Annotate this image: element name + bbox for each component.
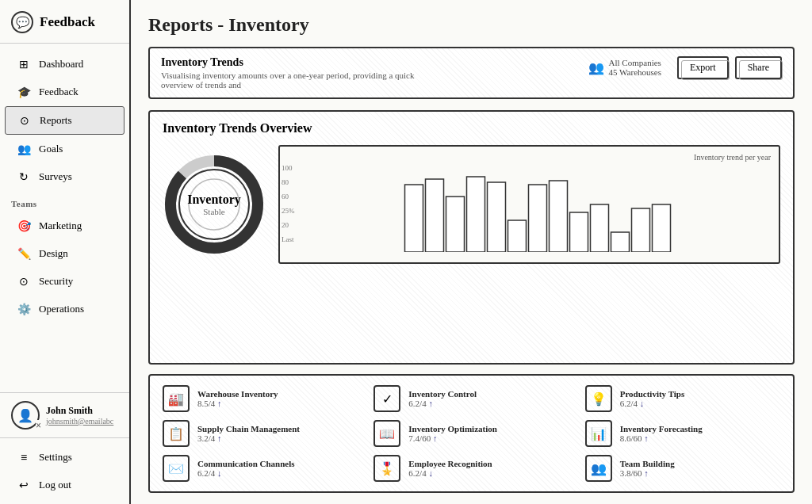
employee-recognition-icon: 🎖️: [379, 461, 395, 476]
bar-chart: Inventory trend per year 100 80 60 25% 2…: [278, 145, 780, 264]
bar-0: [405, 185, 423, 252]
sidebar-bottom: ≡ Settings ↩ Log out: [0, 437, 129, 504]
overview-section: Inventory Trends Overview Inventory Stab…: [148, 110, 795, 365]
sidebar-item-marketing[interactable]: 🎯 Marketing: [5, 212, 124, 239]
inventory-control-name: Inventory Control: [408, 389, 477, 399]
team-building-name: Team Building: [620, 459, 675, 468]
metric-employee-recognition: 🎖️ Employee Recognition 6.2/4 ↓: [373, 455, 569, 482]
app-name: Feedback: [40, 14, 95, 30]
employee-recognition-value: 6.2/4 ↓: [408, 468, 492, 478]
goals-icon: 👥: [16, 141, 32, 157]
donut-main: Inventory: [187, 193, 241, 207]
logout-icon: ↩: [16, 477, 32, 493]
operations-icon: ⚙️: [16, 301, 32, 317]
sidebar-item-dashboard[interactable]: ⊞ Dashboard: [5, 51, 124, 78]
bar-12: [653, 204, 671, 252]
bar-3: [467, 177, 485, 252]
share-button[interactable]: Share: [735, 56, 782, 79]
metric-inventory-control: ✓ Inventory Control 6.2/4 ↑: [373, 385, 569, 412]
inventory-forecasting-icon: 📊: [591, 426, 607, 441]
reports-label: Reports: [40, 114, 71, 127]
productivity-tips-value: 6.2/4 ↓: [620, 399, 685, 408]
metric-inventory-optimization: 📖 Inventory Optimization 7.4/60 ↑: [373, 420, 569, 447]
inventory-control-icon-box: ✓: [373, 385, 400, 412]
top-card: Inventory Trends Visualising inventory a…: [148, 47, 795, 99]
inventory-optimization-icon: 📖: [379, 426, 395, 441]
supply-chain-value: 3.2/4 ↑: [197, 433, 300, 443]
surveys-icon: ↻: [16, 169, 32, 185]
inventory-forecasting-icon-box: 📊: [585, 420, 612, 447]
feedback-icon: 🎓: [16, 84, 32, 100]
metric-productivity-tips: 💡 Productivity Tips 6.2/4 ↓: [585, 385, 780, 412]
design-icon: ✏️: [16, 246, 32, 262]
warehouse-inventory-icon-box: 🏭: [163, 385, 190, 412]
sidebar-logo: 💬 Feedback: [0, 0, 129, 44]
operations-label: Operations: [39, 303, 84, 315]
design-label: Design: [39, 247, 68, 260]
communication-channels-name: Communication Channels: [197, 459, 295, 468]
donut-label: Inventory Stable: [187, 193, 241, 216]
team-building-value: 3.8/60 ↑: [620, 468, 675, 478]
teams-section-title: Teams: [0, 191, 129, 212]
inventory-control-icon: ✓: [382, 391, 393, 407]
supply-chain-icon: 📋: [168, 426, 184, 441]
productivity-tips-icon: 💡: [591, 391, 607, 407]
communication-channels-value: 6.2/4 ↓: [197, 468, 295, 478]
sidebar-item-feedback[interactable]: 🎓 Feedback: [5, 78, 124, 105]
sidebar-item-design[interactable]: ✏️ Design: [5, 240, 124, 267]
sidebar-item-reports[interactable]: ⊙ Reports: [5, 106, 124, 135]
productivity-tips-name: Productivity Tips: [620, 389, 685, 399]
security-label: Security: [39, 275, 73, 288]
metrics-section: 🏭 Warehouse Inventory 8.5/4 ↑ ✓ Inventor…: [148, 374, 795, 493]
inventory-forecasting-name: Inventory Forecasting: [620, 424, 703, 433]
security-icon: ⊙: [16, 273, 32, 289]
overview-title: Inventory Trends Overview: [163, 121, 780, 136]
sidebar-item-settings[interactable]: ≡ Settings: [5, 444, 124, 471]
marketing-label: Marketing: [39, 220, 82, 232]
top-card-title: Inventory Trends: [161, 56, 573, 69]
metric-inventory-forecasting: 📊 Inventory Forecasting 8.6/60 ↑: [585, 420, 780, 447]
top-card-actions: Export Share: [677, 56, 782, 79]
productivity-tips-icon-box: 💡: [585, 385, 612, 412]
companies-icon: 👥: [588, 60, 604, 75]
settings-label: Settings: [39, 451, 72, 464]
communication-channels-icon: ✉️: [168, 461, 184, 476]
feedback-label: Feedback: [39, 86, 79, 98]
surveys-label: Surveys: [39, 170, 72, 183]
warehouse-inventory-icon: 🏭: [168, 391, 184, 407]
reports-icon: ⊙: [17, 113, 33, 128]
user-email: johnsmith@emailabc: [46, 417, 113, 426]
sidebar-item-security[interactable]: ⊙ Security: [5, 268, 124, 295]
bar-chart-svg: [305, 165, 771, 252]
dashboard-icon: ⊞: [16, 56, 32, 72]
logo-icon: 💬: [11, 11, 33, 33]
supply-chain-icon-box: 📋: [163, 420, 190, 447]
avatar: 👤: [11, 401, 40, 430]
bar-11: [632, 208, 650, 252]
bar-7: [550, 181, 568, 252]
inventory-forecasting-value: 8.6/60 ↑: [620, 433, 703, 443]
bar-9: [591, 204, 609, 252]
metric-warehouse-inventory: 🏭 Warehouse Inventory 8.5/4 ↑: [163, 385, 358, 412]
sidebar-user[interactable]: 👤 John Smith johnsmith@emailabc: [0, 392, 129, 437]
metric-communication-channels: ✉️ Communication Channels 6.2/4 ↓: [163, 455, 358, 482]
sidebar-item-logout[interactable]: ↩ Log out: [5, 472, 124, 498]
sidebar-item-operations[interactable]: ⚙️ Operations: [5, 296, 124, 323]
employee-recognition-name: Employee Recognition: [408, 459, 492, 468]
team-building-icon: 👥: [591, 461, 607, 476]
logout-label: Log out: [39, 479, 71, 491]
sidebar: 💬 Feedback ⊞ Dashboard 🎓 Feedback ⊙ Repo…: [0, 0, 131, 504]
donut-sub: Stable: [187, 207, 241, 216]
metrics-grid: 🏭 Warehouse Inventory 8.5/4 ↑ ✓ Inventor…: [163, 385, 780, 482]
export-button[interactable]: Export: [677, 56, 729, 79]
inventory-optimization-icon-box: 📖: [373, 420, 400, 447]
meta-companies: All Companies: [609, 58, 661, 67]
bar-8: [570, 212, 588, 252]
sidebar-item-goals[interactable]: 👥 Goals: [5, 136, 124, 162]
bar-10: [611, 232, 630, 252]
inventory-optimization-value: 7.4/60 ↑: [408, 433, 497, 443]
bar-5: [508, 220, 527, 252]
sidebar-nav: ⊞ Dashboard 🎓 Feedback ⊙ Reports 👥 Goals…: [0, 44, 129, 392]
bar-chart-title: Inventory trend per year: [288, 153, 771, 162]
sidebar-item-surveys[interactable]: ↻ Surveys: [5, 163, 124, 190]
